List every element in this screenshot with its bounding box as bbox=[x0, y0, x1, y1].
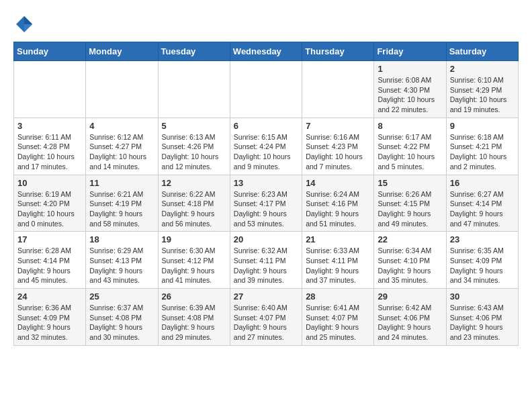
calendar-cell: 14Sunrise: 6:24 AM Sunset: 4:16 PM Dayli… bbox=[302, 175, 374, 232]
logo-icon bbox=[13, 13, 35, 35]
day-content: Sunrise: 6:42 AM Sunset: 4:06 PM Dayligh… bbox=[378, 303, 442, 342]
calendar-cell: 12Sunrise: 6:22 AM Sunset: 4:18 PM Dayli… bbox=[158, 175, 230, 232]
calendar-week-row: 24Sunrise: 6:36 AM Sunset: 4:09 PM Dayli… bbox=[14, 289, 519, 346]
day-content: Sunrise: 6:19 AM Sunset: 4:20 PM Dayligh… bbox=[17, 189, 82, 229]
day-number: 26 bbox=[162, 291, 226, 302]
day-content: Sunrise: 6:36 AM Sunset: 4:09 PM Dayligh… bbox=[17, 303, 82, 342]
calendar-cell: 18Sunrise: 6:29 AM Sunset: 4:13 PM Dayli… bbox=[86, 232, 158, 289]
calendar-cell: 4Sunrise: 6:12 AM Sunset: 4:27 PM Daylig… bbox=[86, 118, 158, 175]
day-number: 2 bbox=[450, 64, 515, 74]
day-content: Sunrise: 6:10 AM Sunset: 4:29 PM Dayligh… bbox=[450, 75, 515, 115]
header-day: Sunday bbox=[14, 42, 86, 61]
day-content: Sunrise: 6:12 AM Sunset: 4:27 PM Dayligh… bbox=[89, 132, 154, 172]
day-content: Sunrise: 6:37 AM Sunset: 4:08 PM Dayligh… bbox=[89, 303, 154, 342]
day-number: 27 bbox=[234, 291, 298, 302]
calendar-header: SundayMondayTuesdayWednesdayThursdayFrid… bbox=[14, 42, 519, 61]
day-number: 5 bbox=[162, 121, 226, 131]
calendar-cell bbox=[86, 61, 158, 118]
day-number: 20 bbox=[234, 234, 298, 244]
day-number: 28 bbox=[306, 291, 370, 302]
day-number: 10 bbox=[17, 178, 82, 188]
day-number: 24 bbox=[17, 291, 82, 302]
calendar-cell: 25Sunrise: 6:37 AM Sunset: 4:08 PM Dayli… bbox=[86, 289, 158, 346]
calendar-cell: 16Sunrise: 6:27 AM Sunset: 4:14 PM Dayli… bbox=[446, 175, 518, 232]
day-content: Sunrise: 6:16 AM Sunset: 4:23 PM Dayligh… bbox=[306, 132, 370, 172]
calendar-cell: 30Sunrise: 6:43 AM Sunset: 4:06 PM Dayli… bbox=[446, 289, 518, 346]
calendar-cell: 17Sunrise: 6:28 AM Sunset: 4:14 PM Dayli… bbox=[14, 232, 86, 289]
day-content: Sunrise: 6:41 AM Sunset: 4:07 PM Dayligh… bbox=[306, 303, 370, 342]
calendar-cell bbox=[158, 61, 230, 118]
day-number: 30 bbox=[450, 291, 515, 302]
day-number: 14 bbox=[306, 178, 370, 188]
calendar-cell: 10Sunrise: 6:19 AM Sunset: 4:20 PM Dayli… bbox=[14, 175, 86, 232]
day-content: Sunrise: 6:32 AM Sunset: 4:11 PM Dayligh… bbox=[234, 246, 298, 285]
calendar-cell: 8Sunrise: 6:17 AM Sunset: 4:22 PM Daylig… bbox=[374, 118, 446, 175]
day-number: 4 bbox=[89, 121, 154, 131]
logo bbox=[13, 13, 38, 35]
header-day: Thursday bbox=[302, 42, 374, 61]
day-content: Sunrise: 6:39 AM Sunset: 4:08 PM Dayligh… bbox=[162, 303, 226, 342]
day-content: Sunrise: 6:29 AM Sunset: 4:13 PM Dayligh… bbox=[89, 246, 154, 285]
day-content: Sunrise: 6:35 AM Sunset: 4:09 PM Dayligh… bbox=[450, 246, 515, 285]
header-day: Saturday bbox=[446, 42, 518, 61]
calendar-cell bbox=[302, 61, 374, 118]
day-content: Sunrise: 6:21 AM Sunset: 4:19 PM Dayligh… bbox=[89, 189, 154, 229]
day-number: 25 bbox=[89, 291, 154, 302]
day-content: Sunrise: 6:24 AM Sunset: 4:16 PM Dayligh… bbox=[306, 189, 370, 229]
day-number: 23 bbox=[450, 234, 515, 244]
calendar-cell: 29Sunrise: 6:42 AM Sunset: 4:06 PM Dayli… bbox=[374, 289, 446, 346]
day-number: 17 bbox=[17, 234, 82, 244]
calendar-cell: 15Sunrise: 6:26 AM Sunset: 4:15 PM Dayli… bbox=[374, 175, 446, 232]
calendar-cell: 21Sunrise: 6:33 AM Sunset: 4:11 PM Dayli… bbox=[302, 232, 374, 289]
day-number: 15 bbox=[378, 178, 442, 188]
day-content: Sunrise: 6:30 AM Sunset: 4:12 PM Dayligh… bbox=[162, 246, 226, 285]
day-number: 22 bbox=[378, 234, 442, 244]
calendar-cell: 19Sunrise: 6:30 AM Sunset: 4:12 PM Dayli… bbox=[158, 232, 230, 289]
day-number: 1 bbox=[378, 64, 442, 74]
calendar-table: SundayMondayTuesdayWednesdayThursdayFrid… bbox=[13, 42, 519, 346]
calendar-week-row: 17Sunrise: 6:28 AM Sunset: 4:14 PM Dayli… bbox=[14, 232, 519, 289]
calendar-cell bbox=[230, 61, 302, 118]
calendar-cell: 22Sunrise: 6:34 AM Sunset: 4:10 PM Dayli… bbox=[374, 232, 446, 289]
day-number: 8 bbox=[378, 121, 442, 131]
day-content: Sunrise: 6:15 AM Sunset: 4:24 PM Dayligh… bbox=[234, 132, 298, 172]
calendar-cell: 6Sunrise: 6:15 AM Sunset: 4:24 PM Daylig… bbox=[230, 118, 302, 175]
header-row: SundayMondayTuesdayWednesdayThursdayFrid… bbox=[14, 42, 519, 61]
header-day: Friday bbox=[374, 42, 446, 61]
day-number: 12 bbox=[162, 178, 226, 188]
day-content: Sunrise: 6:13 AM Sunset: 4:26 PM Dayligh… bbox=[162, 132, 226, 172]
svg-marker-2 bbox=[24, 24, 32, 32]
day-content: Sunrise: 6:40 AM Sunset: 4:07 PM Dayligh… bbox=[234, 303, 298, 342]
calendar-cell: 11Sunrise: 6:21 AM Sunset: 4:19 PM Dayli… bbox=[86, 175, 158, 232]
calendar-cell: 5Sunrise: 6:13 AM Sunset: 4:26 PM Daylig… bbox=[158, 118, 230, 175]
day-number: 29 bbox=[378, 291, 442, 302]
calendar-cell: 28Sunrise: 6:41 AM Sunset: 4:07 PM Dayli… bbox=[302, 289, 374, 346]
svg-marker-1 bbox=[24, 16, 32, 24]
day-number: 19 bbox=[162, 234, 226, 244]
day-content: Sunrise: 6:27 AM Sunset: 4:14 PM Dayligh… bbox=[450, 189, 515, 229]
day-content: Sunrise: 6:18 AM Sunset: 4:21 PM Dayligh… bbox=[450, 132, 515, 172]
day-number: 16 bbox=[450, 178, 515, 188]
day-content: Sunrise: 6:22 AM Sunset: 4:18 PM Dayligh… bbox=[162, 189, 226, 229]
day-content: Sunrise: 6:26 AM Sunset: 4:15 PM Dayligh… bbox=[378, 189, 442, 229]
calendar-cell: 27Sunrise: 6:40 AM Sunset: 4:07 PM Dayli… bbox=[230, 289, 302, 346]
calendar-cell: 13Sunrise: 6:23 AM Sunset: 4:17 PM Dayli… bbox=[230, 175, 302, 232]
header-day: Tuesday bbox=[158, 42, 230, 61]
day-number: 11 bbox=[89, 178, 154, 188]
calendar-cell: 7Sunrise: 6:16 AM Sunset: 4:23 PM Daylig… bbox=[302, 118, 374, 175]
calendar-cell: 23Sunrise: 6:35 AM Sunset: 4:09 PM Dayli… bbox=[446, 232, 518, 289]
day-content: Sunrise: 6:11 AM Sunset: 4:28 PM Dayligh… bbox=[17, 132, 82, 172]
calendar-cell: 1Sunrise: 6:08 AM Sunset: 4:30 PM Daylig… bbox=[374, 61, 446, 118]
calendar-cell: 26Sunrise: 6:39 AM Sunset: 4:08 PM Dayli… bbox=[158, 289, 230, 346]
page-header bbox=[13, 13, 519, 35]
calendar-week-row: 1Sunrise: 6:08 AM Sunset: 4:30 PM Daylig… bbox=[14, 61, 519, 118]
calendar-cell bbox=[14, 61, 86, 118]
day-number: 7 bbox=[306, 121, 370, 131]
calendar-body: 1Sunrise: 6:08 AM Sunset: 4:30 PM Daylig… bbox=[14, 61, 519, 346]
calendar-week-row: 10Sunrise: 6:19 AM Sunset: 4:20 PM Dayli… bbox=[14, 175, 519, 232]
day-content: Sunrise: 6:08 AM Sunset: 4:30 PM Dayligh… bbox=[378, 75, 442, 115]
day-number: 18 bbox=[89, 234, 154, 244]
day-content: Sunrise: 6:28 AM Sunset: 4:14 PM Dayligh… bbox=[17, 246, 82, 285]
day-content: Sunrise: 6:43 AM Sunset: 4:06 PM Dayligh… bbox=[450, 303, 515, 342]
day-content: Sunrise: 6:34 AM Sunset: 4:10 PM Dayligh… bbox=[378, 246, 442, 285]
